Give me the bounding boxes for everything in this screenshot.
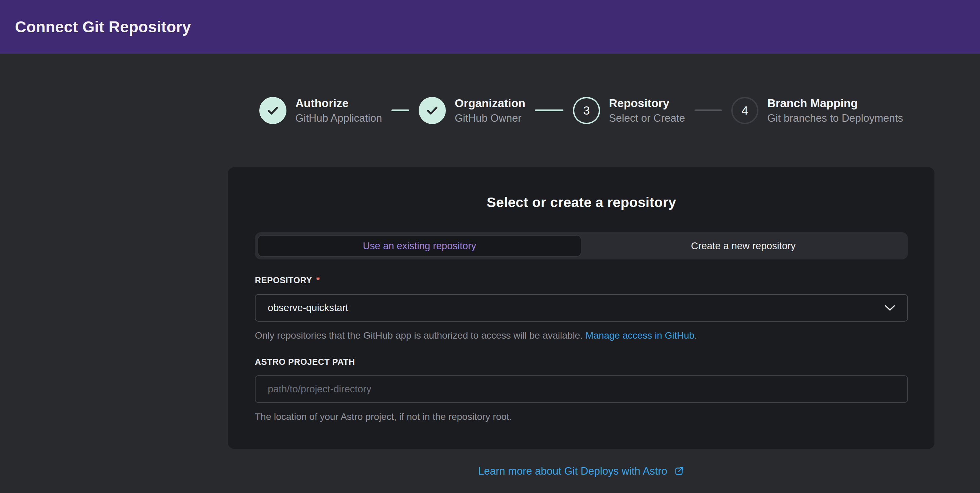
step-connector-1 — [391, 110, 409, 111]
card-title: Select or create a repository — [255, 195, 908, 211]
dialog-header: Connect Git Repository — [0, 0, 980, 54]
step-authorize-indicator — [259, 97, 286, 124]
tab-use-existing-repository[interactable]: Use an existing repository — [258, 235, 581, 257]
astro-project-path-field: ASTRO PROJECT PATH The location of your … — [255, 357, 908, 423]
chevron-down-icon — [885, 305, 895, 311]
repository-card: Select or create a repository Use an exi… — [228, 167, 934, 449]
external-link-icon — [673, 466, 684, 477]
step-branch-mapping: 4 Branch Mapping Git branches to Deploym… — [731, 97, 903, 124]
step-number: 3 — [583, 104, 590, 117]
repository-select-value: observe-quickstart — [268, 302, 885, 313]
repository-field: REPOSITORY * observe-quickstart Only rep… — [255, 275, 908, 341]
step-repository-indicator: 3 — [573, 97, 600, 124]
tab-create-new-repository[interactable]: Create a new repository — [581, 235, 905, 257]
step-title: Branch Mapping — [767, 97, 903, 110]
dialog-footer: Learn more about Git Deploys with Astro — [228, 465, 934, 477]
connect-git-repository-dialog: Connect Git Repository Authorize GitHub … — [0, 0, 980, 493]
astro-project-path-input[interactable] — [255, 375, 908, 403]
step-number: 4 — [741, 104, 748, 117]
required-marker: * — [317, 275, 320, 286]
dialog-body: Authorize GitHub Application Organizatio… — [228, 97, 934, 477]
step-connector-2 — [535, 110, 563, 111]
step-branch-mapping-indicator: 4 — [731, 97, 759, 124]
dialog-title: Connect Git Repository — [15, 18, 191, 36]
step-title: Organization — [455, 97, 525, 110]
repository-mode-tabs: Use an existing repository Create a new … — [255, 232, 908, 259]
learn-more-link[interactable]: Learn more about Git Deploys with Astro — [478, 465, 684, 477]
step-title: Repository — [609, 97, 685, 110]
learn-more-label: Learn more about Git Deploys with Astro — [478, 465, 667, 477]
repository-label: REPOSITORY — [255, 275, 312, 285]
step-subtitle: Git branches to Deployments — [767, 113, 903, 124]
stepper: Authorize GitHub Application Organizatio… — [228, 97, 934, 124]
step-subtitle: GitHub Application — [295, 113, 382, 124]
astro-project-path-label: ASTRO PROJECT PATH — [255, 357, 355, 367]
step-subtitle: Select or Create — [609, 113, 685, 124]
step-connector-3 — [695, 110, 722, 111]
manage-access-link[interactable]: Manage access in GitHub — [585, 330, 695, 341]
astro-project-path-help-text: The location of your Astro project, if n… — [255, 411, 908, 423]
step-authorize: Authorize GitHub Application — [259, 97, 382, 124]
step-organization-indicator — [418, 97, 446, 124]
repository-select[interactable]: observe-quickstart — [255, 294, 908, 322]
step-repository: 3 Repository Select or Create — [573, 97, 685, 124]
step-organization: Organization GitHub Owner — [418, 97, 525, 124]
check-icon — [425, 104, 439, 117]
step-title: Authorize — [295, 97, 382, 110]
step-subtitle: GitHub Owner — [455, 113, 525, 124]
repository-help-text: Only repositories that the GitHub app is… — [255, 330, 908, 341]
check-icon — [266, 104, 280, 117]
